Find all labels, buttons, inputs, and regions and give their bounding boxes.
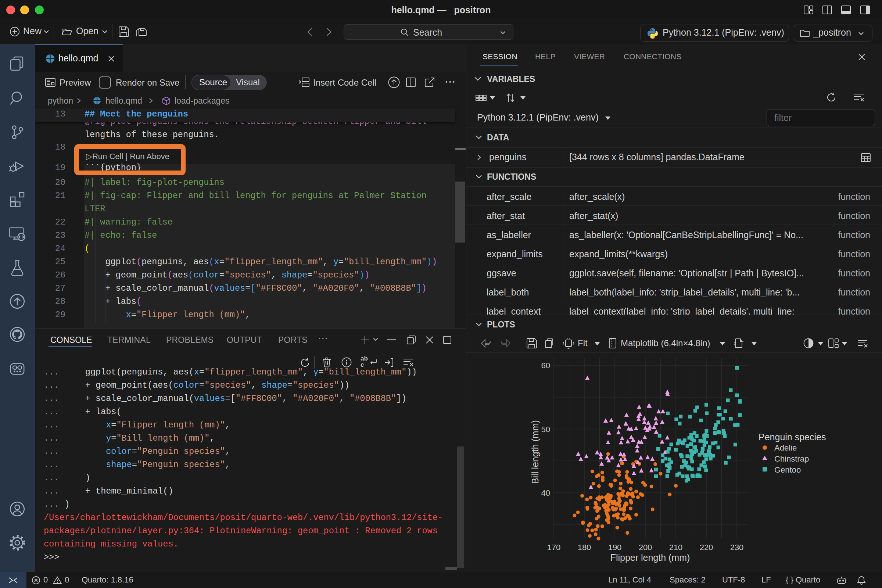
svg-text:180: 180: [578, 543, 591, 552]
svg-text:Bill length (mm): Bill length (mm): [530, 420, 540, 484]
svg-text:170: 170: [547, 543, 561, 552]
svg-text:Penguin species: Penguin species: [759, 432, 826, 442]
svg-text:Adelie: Adelie: [774, 443, 797, 452]
svg-text:Chinstrap: Chinstrap: [774, 454, 809, 464]
svg-text:220: 220: [700, 543, 713, 552]
svg-text:40: 40: [542, 488, 550, 498]
svg-text:230: 230: [730, 543, 744, 552]
svg-text:210: 210: [669, 543, 683, 552]
svg-text:200: 200: [639, 543, 652, 552]
svg-text:Flipper length (mm): Flipper length (mm): [610, 552, 690, 562]
svg-text:60: 60: [542, 361, 550, 370]
svg-text:190: 190: [608, 543, 622, 552]
svg-text:50: 50: [542, 425, 550, 434]
svg-text:Gentoo: Gentoo: [774, 465, 801, 474]
